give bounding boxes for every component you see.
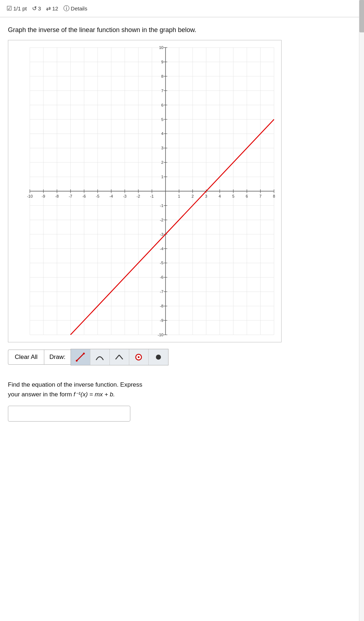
line-tool-button[interactable] [71,349,90,365]
svg-text:-9: -9 [160,318,163,323]
svg-text:-1: -1 [150,194,154,198]
details-label[interactable]: Details [71,5,87,12]
svg-line-122 [116,355,119,359]
svg-text:-10: -10 [158,333,163,337]
svg-text:-4: -4 [160,247,163,251]
svg-text:-1: -1 [160,203,163,208]
header: ☑ 1/1 pt ↺ 3 ⇄ 12 ⓘ Details [0,0,364,17]
curve-tool-button[interactable] [90,349,110,365]
draw-tools [71,349,168,365]
svg-text:-9: -9 [42,194,45,198]
submissions-item: ⇄ 12 [46,5,58,12]
svg-text:9: 9 [161,60,163,64]
curve-tool-icon [95,352,105,362]
svg-text:-7: -7 [160,289,163,294]
svg-text:-10: -10 [27,194,33,198]
refresh-icon: ⇄ [46,5,51,12]
svg-point-126 [156,355,161,360]
graph-svg[interactable]: 10 9 8 7 6 5 4 3 2 1 -1 -2 -3 -4 -5 -6 - [8,40,281,342]
svg-text:-5: -5 [160,261,163,265]
svg-point-125 [138,356,140,358]
draw-label: Draw: [44,350,70,365]
attempts-value: 3 [38,5,41,12]
svg-text:-7: -7 [69,194,72,198]
dot-point-tool-icon [153,352,163,362]
main-content: Graph the inverse of the linear function… [0,17,364,425]
svg-text:3: 3 [205,194,207,198]
graph-container[interactable]: 10 9 8 7 6 5 4 3 2 1 -1 -2 -3 -4 -5 -6 - [8,40,282,342]
svg-text:2: 2 [161,160,163,165]
score-item: ☑ 1/1 pt [6,5,27,12]
inverse-formula-exp: ⁻¹(x) = mx + b. [75,391,115,398]
svg-point-120 [76,360,78,362]
svg-text:-4: -4 [109,194,113,198]
svg-text:8: 8 [161,74,163,78]
svg-point-121 [83,353,85,355]
svg-text:10: 10 [159,45,163,50]
toolbar: Clear All Draw: [8,346,356,368]
attempts-item: ↺ 3 [32,5,41,12]
svg-text:3: 3 [161,146,163,150]
scrollbar-thumb[interactable] [359,0,364,32]
score-value: 1/1 pt [13,5,27,12]
details-item[interactable]: ⓘ Details [63,4,87,13]
inverse-text-line2: your answer in the form [8,391,73,398]
info-icon: ⓘ [63,4,69,13]
dot-point-tool-button[interactable] [149,349,168,365]
circle-point-tool-icon [134,352,144,362]
svg-text:1: 1 [178,194,180,198]
svg-point-124 [136,354,141,360]
svg-text:-3: -3 [123,194,127,198]
scrollbar-track[interactable] [359,0,364,621]
svg-text:5: 5 [232,194,234,198]
svg-text:-6: -6 [160,275,163,279]
submissions-value: 12 [52,5,58,12]
svg-text:6: 6 [161,103,163,107]
circle-point-tool-button[interactable] [129,349,149,365]
line-tool-icon [75,352,85,362]
svg-text:-8: -8 [55,194,59,198]
svg-text:4: 4 [161,131,163,136]
svg-text:-2: -2 [136,194,140,198]
clear-all-button[interactable]: Clear All [8,350,44,365]
inverse-section: Find the equation of the inverse functio… [8,380,356,425]
svg-text:6: 6 [246,194,248,198]
svg-text:8: 8 [273,194,275,198]
inverse-text-line1: Find the equation of the inverse functio… [8,381,142,388]
svg-text:-6: -6 [82,194,86,198]
svg-text:-5: -5 [96,194,99,198]
svg-text:7: 7 [161,89,163,93]
svg-text:5: 5 [161,117,163,122]
answer-input[interactable] [8,406,130,422]
page-wrapper: ☑ 1/1 pt ↺ 3 ⇄ 12 ⓘ Details Graph the in… [0,0,364,425]
inverse-question-text: Find the equation of the inverse functio… [8,380,356,399]
svg-text:1: 1 [161,175,163,179]
svg-text:2: 2 [192,194,194,198]
checkbox-icon: ☑ [6,5,12,12]
svg-text:-3: -3 [160,232,163,237]
svg-line-119 [77,354,84,361]
ray-tool-button[interactable] [110,349,129,365]
undo-icon: ↺ [32,5,37,12]
svg-text:-2: -2 [160,218,163,222]
svg-line-123 [119,355,123,359]
svg-text:4: 4 [219,194,221,198]
ray-tool-icon [114,352,124,362]
question-text: Graph the inverse of the linear function… [8,25,356,35]
svg-text:7: 7 [259,194,261,198]
svg-text:-8: -8 [160,304,163,308]
